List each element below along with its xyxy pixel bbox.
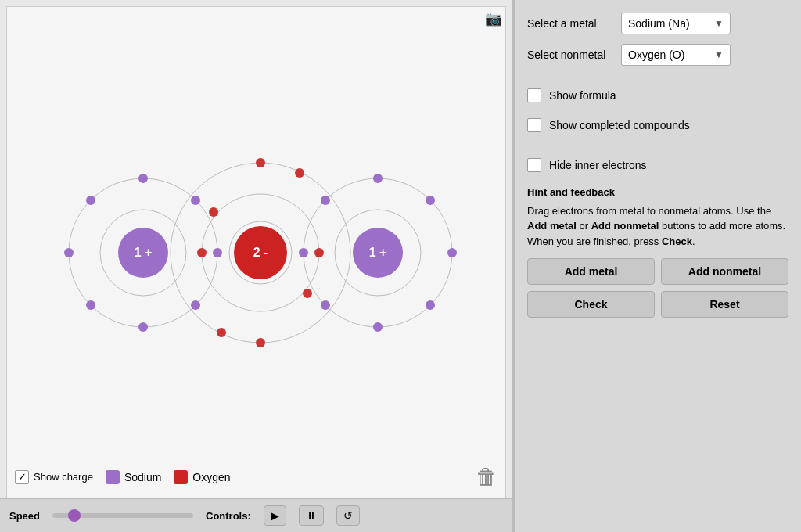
show-completed-row[interactable]: Show completed compounds xyxy=(527,115,788,135)
hint-section: Hint and feedback Drag electrons from me… xyxy=(527,185,788,249)
nonmetal-select-row: Select nonmetal Oxygen (O) ▼ xyxy=(527,44,788,66)
nonmetal-select[interactable]: Oxygen (O) ▼ xyxy=(621,44,731,66)
svg-text:1 +: 1 + xyxy=(134,246,152,259)
svg-point-19 xyxy=(295,168,304,178)
trash-icon[interactable]: 🗑 xyxy=(476,464,497,490)
nonmetal-value: Oxygen (O) xyxy=(628,49,684,61)
add-nonmetal-button[interactable]: Add nonmetal xyxy=(661,258,788,285)
hint-text: Drag electrons from metal to nonmetal at… xyxy=(527,203,788,250)
svg-point-10 xyxy=(86,300,95,310)
svg-point-22 xyxy=(314,248,324,257)
show-charge-label: Show charge xyxy=(34,471,93,483)
svg-point-29 xyxy=(373,174,383,183)
bottom-controls: Speed Controls: ▶ ⏸ ↺ xyxy=(0,498,512,532)
svg-point-18 xyxy=(256,338,265,347)
svg-point-31 xyxy=(299,248,308,257)
atoms-container: 1 + xyxy=(7,7,505,498)
speed-label: Speed xyxy=(9,510,40,522)
svg-point-11 xyxy=(191,300,200,310)
show-formula-row[interactable]: Show formula xyxy=(527,85,788,106)
controls-label: Controls: xyxy=(206,510,251,522)
metal-select-arrow: ▼ xyxy=(714,18,724,29)
svg-point-33 xyxy=(321,196,330,205)
svg-point-7 xyxy=(213,248,222,257)
svg-point-9 xyxy=(191,196,200,205)
svg-point-32 xyxy=(447,248,457,257)
oxygen-legend: Oxygen xyxy=(174,470,230,484)
metal-label: Select a metal xyxy=(527,17,613,30)
svg-point-36 xyxy=(426,300,435,310)
svg-point-5 xyxy=(138,322,148,332)
hide-electrons-checkbox[interactable] xyxy=(527,158,541,172)
play-button[interactable]: ▶ xyxy=(264,505,286,526)
metal-value: Sodium (Na) xyxy=(628,17,690,30)
nonmetal-select-arrow: ▼ xyxy=(714,49,724,60)
svg-text:1 +: 1 + xyxy=(368,246,386,259)
svg-point-8 xyxy=(86,196,95,205)
add-metal-button[interactable]: Add metal xyxy=(527,258,655,285)
sodium-legend-label: Sodium xyxy=(124,471,161,483)
show-completed-checkbox[interactable] xyxy=(527,118,541,132)
nonmetal-label: Select nonmetal xyxy=(527,49,613,61)
speed-thumb[interactable] xyxy=(68,509,81,522)
canvas-area: 📷 1 + xyxy=(6,6,506,498)
action-buttons: Add metal Add nonmetal Check Reset xyxy=(527,258,788,318)
svg-point-20 xyxy=(217,328,226,337)
oxygen-swatch xyxy=(174,470,188,484)
show-formula-checkbox[interactable] xyxy=(527,88,541,102)
show-charge-checkbox-row[interactable]: ✓ Show charge xyxy=(15,470,93,484)
svg-point-30 xyxy=(373,322,383,332)
svg-point-4 xyxy=(138,174,148,183)
reset-button[interactable]: ↺ xyxy=(336,505,360,526)
svg-point-6 xyxy=(64,248,74,257)
reset-button[interactable]: Reset xyxy=(661,291,788,318)
svg-point-23 xyxy=(209,207,218,217)
svg-point-24 xyxy=(303,289,312,298)
show-charge-checkbox[interactable]: ✓ xyxy=(15,470,29,484)
sodium-legend: Sodium xyxy=(106,470,161,484)
pause-button[interactable]: ⏸ xyxy=(299,505,324,526)
show-formula-label: Show formula xyxy=(549,89,616,102)
svg-point-35 xyxy=(321,300,330,310)
metal-select-row: Select a metal Sodium (Na) ▼ xyxy=(527,13,788,34)
sodium-swatch xyxy=(106,470,120,484)
oxygen-legend-label: Oxygen xyxy=(192,471,230,483)
svg-point-21 xyxy=(197,248,207,257)
hide-electrons-label: Hide inner electrons xyxy=(549,159,647,171)
metal-select[interactable]: Sodium (Na) ▼ xyxy=(621,13,731,34)
left-panel: 📷 1 + xyxy=(0,0,512,532)
svg-text:2 -: 2 - xyxy=(253,246,268,259)
show-completed-label: Show completed compounds xyxy=(549,119,690,131)
hide-electrons-row[interactable]: Hide inner electrons xyxy=(527,155,788,175)
svg-point-34 xyxy=(426,196,435,205)
legend-area: ✓ Show charge Sodium Oxygen 🗑 xyxy=(15,464,497,490)
svg-point-17 xyxy=(256,158,265,167)
right-panel: Select a metal Sodium (Na) ▼ Select nonm… xyxy=(515,0,801,532)
hint-title: Hint and feedback xyxy=(527,185,788,200)
check-button[interactable]: Check xyxy=(527,291,655,318)
speed-slider[interactable] xyxy=(52,513,193,518)
